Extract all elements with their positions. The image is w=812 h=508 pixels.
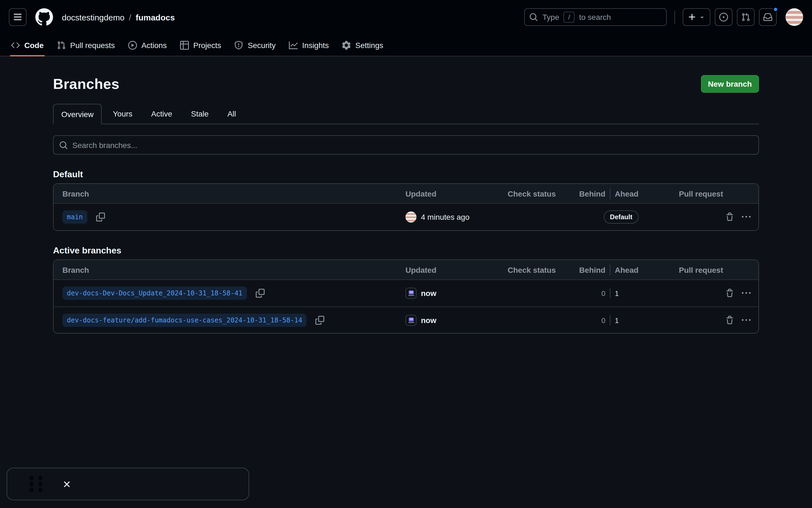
copy-branch-name-button[interactable] [316,315,325,325]
inbox-button[interactable] [759,8,777,26]
app-header: docstestingdemo / fumadocs Type / to sea… [0,0,812,34]
repo-nav-label: Projects [193,41,221,49]
repo-nav-pull-requests[interactable]: Pull requests [51,34,120,56]
three-bars-icon [13,13,22,22]
breadcrumb-repo[interactable]: fumadocs [135,12,175,22]
delete-branch-button[interactable] [725,315,734,325]
active-branches-table: Branch Updated Check status Behind Ahead… [53,259,759,334]
repo-nav-label: Security [248,41,276,49]
hamburger-menu-button[interactable] [9,8,27,26]
updated-time: now [421,289,436,298]
github-logo[interactable] [35,8,53,26]
branch-link[interactable]: dev-docs-Dev-Docs_Update_2024-10-31_18-5… [63,287,247,300]
column-behind: Behind [566,189,610,198]
new-branch-button[interactable]: New branch [701,75,759,93]
repo-nav-label: Code [24,41,44,49]
branch-link[interactable]: dev-docs-feature/add-fumadocs-use-cases_… [63,313,307,327]
repo-nav-code[interactable]: Code [5,34,49,56]
repo-nav: Code Pull requests Actions Projects Secu… [0,34,812,56]
column-updated: Updated [405,189,508,198]
drag-handle-icon[interactable] [29,475,43,493]
close-icon[interactable] [62,479,72,489]
pull-requests-button[interactable] [737,8,755,26]
bot-avatar [405,314,416,326]
inbox-icon [763,13,772,22]
default-branch-table: Branch Updated Check status Behind Ahead… [53,183,759,231]
table-header-row: Branch Updated Check status Behind Ahead… [53,184,759,204]
create-new-button[interactable] [683,8,710,26]
ahead-count: 1 [615,289,619,298]
tab-stale[interactable]: Stale [184,104,216,124]
tab-overview[interactable]: Overview [53,104,102,124]
chevron-down-icon [699,14,705,20]
breadcrumb-separator: / [129,12,131,22]
copy-branch-name-button[interactable] [256,289,265,298]
code-icon [11,41,20,49]
user-avatar[interactable] [785,8,803,26]
graph-icon [289,41,298,49]
search-placeholder-suffix: to search [579,13,611,22]
default-badge: Default [604,210,638,224]
delete-branch-button[interactable] [725,289,734,298]
committer-avatar [405,211,416,222]
repo-nav-label: Insights [302,41,329,49]
breadcrumb-owner[interactable]: docstestingdemo [62,12,125,22]
branches-tabnav: Overview Yours Active Stale All [53,104,759,124]
column-pull-request: Pull request [677,265,725,274]
shield-icon [235,41,243,49]
git-pull-request-icon [57,41,66,49]
gear-icon [342,41,351,49]
column-branch: Branch [53,189,405,198]
column-updated: Updated [405,265,508,274]
row-menu-button[interactable] [742,289,751,298]
plus-icon [688,13,697,22]
column-check-status: Check status [508,189,566,198]
repo-nav-label: Actions [141,41,167,49]
branch-link-main[interactable]: main [63,210,87,224]
search-placeholder-prefix: Type [542,13,559,22]
issues-button[interactable] [715,8,732,26]
slash-key-hint: / [564,12,575,23]
repo-nav-label: Pull requests [70,41,115,49]
repo-nav-label: Settings [356,41,383,49]
column-ahead: Ahead [610,189,677,198]
notification-dot [773,7,778,12]
tab-active[interactable]: Active [143,104,180,124]
repo-nav-actions[interactable]: Actions [123,34,172,56]
branch-search-box [53,135,759,155]
tab-all[interactable]: All [219,104,244,124]
row-menu-button[interactable] [742,315,751,325]
ahead-count: 1 [615,316,619,325]
repo-nav-projects[interactable]: Projects [174,34,227,56]
column-behind: Behind [566,265,610,274]
search-icon [59,140,68,150]
delete-branch-button[interactable] [725,213,734,221]
git-pull-request-icon [741,13,750,22]
header-divider [675,10,675,24]
page-root: docstestingdemo / fumadocs Type / to sea… [0,0,812,508]
table-row: dev-docs-Dev-Docs_Update_2024-10-31_18-5… [53,280,759,306]
repo-nav-insights[interactable]: Insights [283,34,334,56]
play-icon [128,41,137,49]
search-icon [529,13,538,22]
issue-opened-icon [719,13,728,22]
branch-search-input[interactable] [72,140,753,150]
copy-branch-name-button[interactable] [96,213,105,221]
table-row: dev-docs-feature/add-fumadocs-use-cases_… [53,306,759,333]
section-heading-default: Default [53,160,759,181]
table-header-row: Branch Updated Check status Behind Ahead… [53,260,759,280]
column-ahead: Ahead [610,265,677,274]
updated-time: now [421,315,436,325]
column-check-status: Check status [508,265,566,274]
updated-time: 4 minutes ago [421,213,470,221]
row-menu-button[interactable] [742,213,751,221]
tab-yours[interactable]: Yours [105,104,140,124]
global-search-input[interactable]: Type / to search [524,8,667,26]
section-heading-active: Active branches [53,236,759,257]
behind-count: 0 [602,289,605,298]
repo-nav-security[interactable]: Security [229,34,281,56]
header-right: Type / to search [524,8,803,26]
repo-nav-settings[interactable]: Settings [337,34,389,56]
behind-count: 0 [602,316,605,325]
main-content: Branches New branch Overview Yours Activ… [53,75,759,334]
